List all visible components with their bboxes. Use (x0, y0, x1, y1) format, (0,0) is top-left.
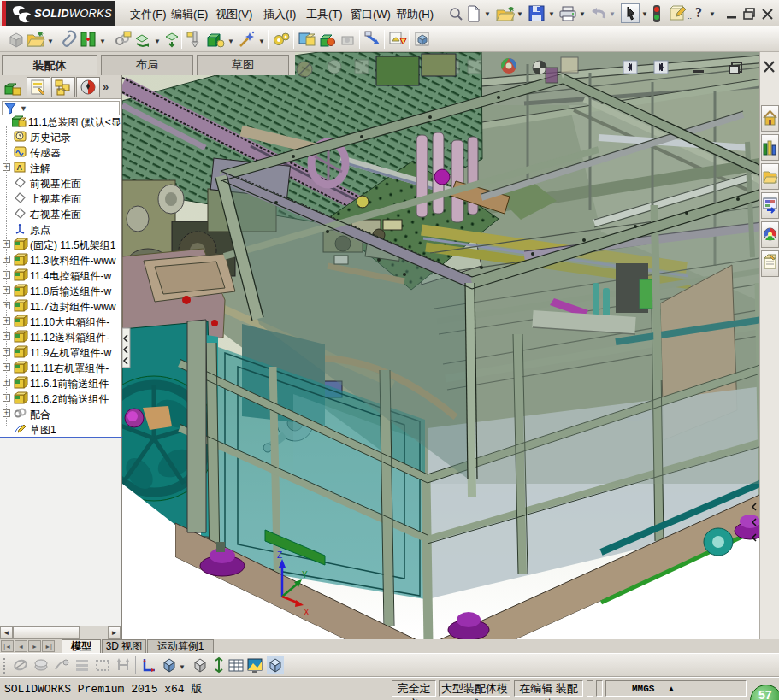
svg-text:Y: Y (302, 570, 308, 579)
svg-text:Z: Z (277, 550, 282, 560)
svg-text:A: A (17, 163, 23, 172)
svg-text:X: X (304, 608, 310, 617)
